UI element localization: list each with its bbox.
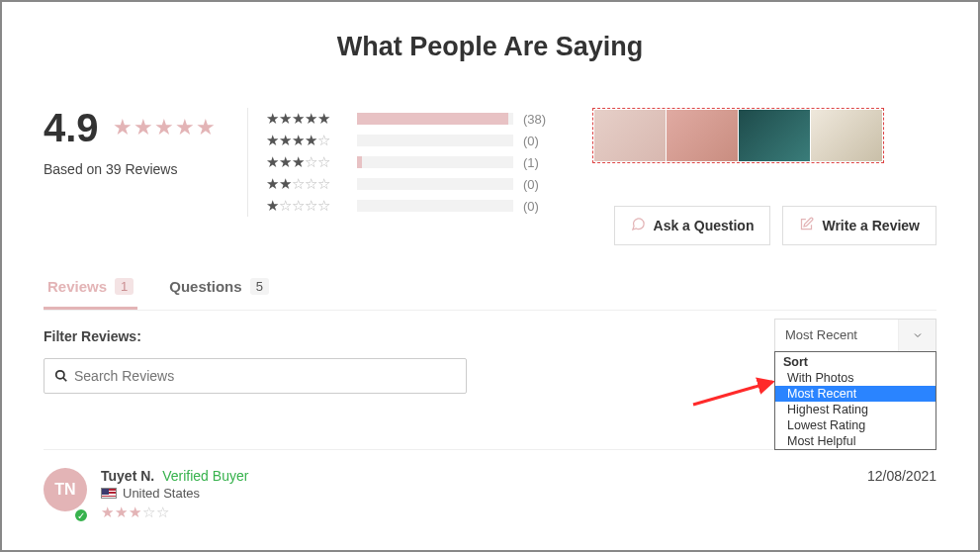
breakdown-stars: ★☆☆☆☆ (266, 197, 347, 215)
tab-reviews-count: 1 (115, 278, 134, 295)
tab-questions[interactable]: Questions 5 (165, 268, 273, 310)
breakdown-count: (0) (523, 177, 553, 192)
write-review-button[interactable]: Write a Review (782, 206, 936, 245)
tab-questions-count: 5 (250, 278, 269, 295)
search-icon (54, 369, 68, 383)
breakdown-stars: ★★★★☆ (266, 132, 347, 149)
avatar: TN ✓ (44, 468, 87, 521)
thumbnail[interactable] (667, 110, 738, 161)
breakdown-count: (1) (523, 155, 553, 170)
ask-question-button[interactable]: Ask a Question (614, 206, 771, 245)
sort-option[interactable]: Highest Rating (775, 402, 935, 417)
chat-icon (631, 217, 646, 234)
sort-menu-header: Sort (775, 352, 935, 370)
search-reviews-field[interactable] (44, 358, 467, 394)
breakdown-stars: ★★★★★ (266, 110, 347, 128)
tab-reviews-label: Reviews (47, 278, 107, 295)
verified-check-icon: ✓ (73, 507, 89, 523)
thumbnail[interactable] (594, 110, 666, 161)
svg-line-1 (63, 378, 67, 382)
overall-rating: 4.9 ★★★★★ Based on 39 Reviews (44, 108, 241, 177)
overall-stars: ★★★★★ (113, 115, 217, 140)
tab-reviews[interactable]: Reviews 1 (44, 268, 137, 310)
breakdown-row[interactable]: ★★★☆☆(1) (266, 151, 553, 173)
breakdown-count: (0) (523, 199, 553, 214)
flag-icon (101, 488, 117, 499)
breakdown-row[interactable]: ★★★★★(38) (266, 108, 553, 130)
verified-buyer-label: Verified Buyer (162, 468, 248, 484)
breakdown-bar (357, 135, 513, 146)
sort-dropdown-menu: Sort With PhotosMost RecentHighest Ratin… (774, 351, 936, 450)
chevron-down-icon (898, 320, 935, 351)
breakdown-row[interactable]: ★★☆☆☆(0) (266, 173, 553, 195)
sort-option[interactable]: Most Helpful (775, 433, 935, 449)
sort-selected-label: Most Recent (775, 320, 898, 351)
sort-dropdown[interactable]: Most Recent (774, 319, 936, 352)
divider (247, 108, 248, 217)
breakdown-row[interactable]: ★★★★☆(0) (266, 130, 553, 151)
breakdown-count: (38) (523, 112, 553, 127)
sort-option[interactable]: Most Recent (775, 386, 935, 402)
review-stars: ★★★☆☆ (101, 504, 936, 521)
overall-score: 4.9 (44, 108, 99, 147)
edit-icon (799, 217, 814, 234)
breakdown-bar (357, 200, 513, 212)
breakdown-stars: ★★☆☆☆ (266, 175, 347, 193)
sort-option[interactable]: With Photos (775, 370, 935, 386)
breakdown-bar (357, 156, 513, 168)
svg-point-0 (56, 371, 64, 379)
ask-question-label: Ask a Question (654, 218, 755, 233)
review-thumbnails (592, 108, 884, 163)
page-title: What People Are Saying (44, 32, 936, 62)
reviewer-country: United States (123, 486, 200, 501)
breakdown-row[interactable]: ★☆☆☆☆(0) (266, 195, 553, 217)
breakdown-count: (0) (523, 134, 553, 148)
breakdown-stars: ★★★☆☆ (266, 153, 347, 171)
based-on-label: Based on 39 Reviews (44, 161, 241, 177)
reviewer-name: Tuyet N. (101, 468, 154, 484)
search-input[interactable] (74, 368, 456, 384)
tabs: Reviews 1 Questions 5 (44, 268, 936, 311)
breakdown-bar (357, 113, 513, 125)
review-date: 12/08/2021 (867, 468, 936, 484)
thumbnail[interactable] (811, 110, 882, 161)
review-item: TN ✓ Tuyet N. Verified Buyer United Stat… (44, 468, 936, 521)
write-review-label: Write a Review (822, 218, 920, 233)
rating-breakdown: ★★★★★(38)★★★★☆(0)★★★☆☆(1)★★☆☆☆(0)★☆☆☆☆(0… (266, 108, 553, 217)
breakdown-bar (357, 178, 513, 190)
tab-questions-label: Questions (169, 278, 241, 295)
avatar-initials: TN (44, 468, 87, 511)
sort-option[interactable]: Lowest Rating (775, 417, 935, 433)
rating-summary: 4.9 ★★★★★ Based on 39 Reviews ★★★★★(38)★… (44, 108, 936, 217)
thumbnail[interactable] (739, 110, 810, 161)
